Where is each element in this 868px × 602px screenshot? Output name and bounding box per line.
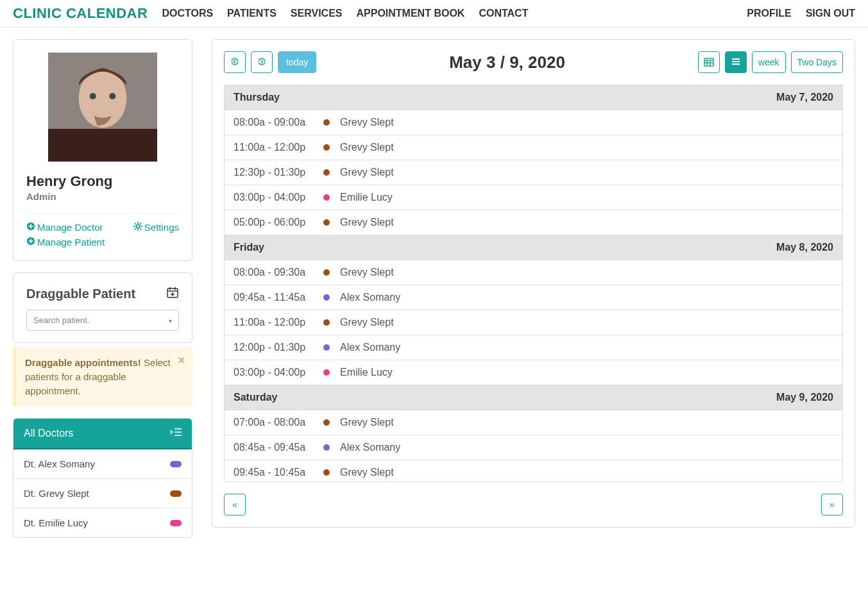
svg-rect-10 (29, 240, 33, 242)
manage-doctor-link[interactable]: Manage Doctor (26, 222, 105, 233)
event-color-dot (323, 369, 330, 376)
event-row[interactable]: 12:00p - 01:30pAlex Somany (225, 335, 842, 360)
nav-patients[interactable]: PATIENTS (227, 8, 277, 19)
event-row[interactable]: 08:00a - 09:30aGrevy Slept (225, 260, 842, 285)
svg-rect-31 (704, 58, 713, 66)
nav-right-group: PROFILE SIGN OUT (747, 8, 855, 19)
brand-logo[interactable]: CLINIC CALENDAR (13, 5, 148, 22)
calendar-plus-icon[interactable] (166, 286, 179, 302)
doctor-row[interactable]: Dt. Emilie Lucy (13, 508, 192, 537)
nav-appointment-book[interactable]: APPOINTMENT BOOK (356, 8, 464, 19)
day-date: May 7, 2020 (776, 92, 833, 103)
draggable-alert: × Draggable appointments! Select patient… (13, 347, 192, 406)
settings-label: Settings (144, 222, 179, 233)
event-color-dot (323, 344, 330, 351)
chevron-double-right-icon: » (830, 499, 835, 510)
search-patient-select[interactable]: Search patient. (26, 310, 179, 331)
event-color-dot (323, 119, 330, 126)
svg-line-18 (135, 228, 136, 230)
event-time: 05:00p - 06:00p (234, 217, 323, 228)
avatar (48, 53, 157, 162)
event-color-dot (323, 144, 330, 151)
svg-line-17 (140, 228, 141, 230)
nav-contact[interactable]: CONTACT (479, 8, 528, 19)
nav-profile[interactable]: PROFILE (747, 8, 791, 19)
event-row[interactable]: 03:00p - 04:00pEmilie Lucy (225, 360, 842, 385)
doctor-row[interactable]: Dt. Alex Somany (13, 449, 192, 478)
profile-role: Admin (26, 191, 179, 202)
svg-point-30 (259, 58, 265, 65)
event-title: Grevy Slept (340, 417, 394, 428)
event-title: Emilie Lucy (340, 192, 393, 203)
event-time: 11:00a - 12:00p (234, 142, 323, 153)
event-row[interactable]: 09:45a - 11:45aAlex Somany (225, 285, 842, 310)
settings-link[interactable]: Settings (133, 222, 179, 233)
day-header: FridayMay 8, 2020 (225, 235, 842, 260)
doctor-name: Dt. Alex Somany (24, 458, 95, 469)
svg-point-11 (136, 224, 139, 228)
list-view-button[interactable] (725, 51, 747, 73)
event-title: Alex Somany (340, 342, 400, 353)
event-row[interactable]: 08:00a - 09:00aGrevy Slept (225, 110, 842, 135)
two-days-view-button[interactable]: Two Days (791, 51, 843, 73)
prev-button[interactable] (224, 51, 246, 73)
event-time: 08:00a - 09:30a (234, 267, 323, 278)
manage-patient-label: Manage Patient (37, 237, 105, 247)
doctor-color-pill (170, 490, 182, 497)
nav-left-group: DOCTORS PATIENTS SERVICES APPOINTMENT BO… (162, 8, 528, 19)
doctors-header[interactable]: All Doctors (13, 419, 192, 449)
today-button[interactable]: today (278, 51, 316, 73)
svg-point-4 (109, 93, 115, 99)
profile-name: Henry Grong (26, 173, 179, 190)
page-prev-button[interactable]: « (224, 494, 246, 515)
event-row[interactable]: 12:30p - 01:30pGrevy Slept (225, 160, 842, 185)
event-color-dot (323, 294, 330, 301)
draggable-patient-card: Draggable Patient Search patient. (13, 272, 192, 343)
event-row[interactable]: 11:00a - 12:00pGrevy Slept (225, 135, 842, 160)
list-icon (731, 56, 741, 69)
day-header: SaturdayMay 9, 2020 (225, 385, 842, 410)
nav-doctors[interactable]: DOCTORS (162, 8, 213, 19)
day-label: Saturday (234, 392, 277, 403)
event-row[interactable]: 11:00a - 12:00pGrevy Slept (225, 310, 842, 335)
event-time: 12:00p - 01:30p (234, 342, 323, 353)
event-color-dot (323, 219, 330, 226)
agenda-list[interactable]: ThursdayMay 7, 202008:00a - 09:00aGrevy … (224, 85, 843, 482)
draggable-title: Draggable Patient (26, 287, 135, 301)
event-time: 12:30p - 01:30p (234, 167, 323, 178)
event-color-dot (323, 169, 330, 176)
calendar-card: today May 3 / 9, 2020 week Two Days Thur… (212, 39, 855, 528)
week-view-button[interactable]: week (752, 51, 786, 73)
event-title: Emilie Lucy (340, 367, 393, 378)
day-date: May 8, 2020 (776, 242, 833, 253)
event-title: Grevy Slept (340, 267, 394, 278)
event-row[interactable]: 05:00p - 06:00pGrevy Slept (225, 210, 842, 235)
top-navbar: CLINIC CALENDAR DOCTORS PATIENTS SERVICE… (0, 0, 868, 28)
event-row[interactable]: 07:00a - 08:00aGrevy Slept (225, 410, 842, 435)
event-time: 03:00p - 04:00p (234, 367, 323, 378)
nav-sign-out[interactable]: SIGN OUT (806, 8, 855, 19)
event-title: Alex Somany (340, 292, 400, 303)
alert-title: Draggable appointments! (25, 357, 141, 368)
event-time: 03:00p - 04:00p (234, 192, 323, 203)
event-row[interactable]: 09:45a - 10:45aGrevy Slept (225, 460, 842, 482)
event-row[interactable]: 08:45a - 09:45aAlex Somany (225, 435, 842, 460)
calendar-title: May 3 / 9, 2020 (316, 53, 698, 72)
doctor-color-pill (170, 461, 182, 467)
nav-services[interactable]: SERVICES (291, 8, 343, 19)
event-time: 11:00a - 12:00p (234, 317, 323, 328)
event-title: Grevy Slept (340, 167, 394, 178)
close-icon[interactable]: × (178, 352, 185, 369)
event-row[interactable]: 03:00p - 04:00pEmilie Lucy (225, 185, 842, 210)
manage-patient-link[interactable]: Manage Patient (26, 237, 105, 247)
indent-icon (170, 428, 182, 439)
day-header: ThursdayMay 7, 2020 (225, 85, 842, 110)
chevron-double-left-icon: « (232, 499, 237, 510)
event-time: 07:00a - 08:00a (234, 417, 323, 428)
event-title: Grevy Slept (340, 117, 394, 128)
month-view-button[interactable] (698, 51, 720, 73)
page-next-button[interactable]: » (821, 494, 843, 515)
next-button[interactable] (251, 51, 273, 73)
event-time: 08:00a - 09:00a (234, 117, 323, 128)
doctor-row[interactable]: Dt. Grevy Slept (13, 478, 192, 508)
